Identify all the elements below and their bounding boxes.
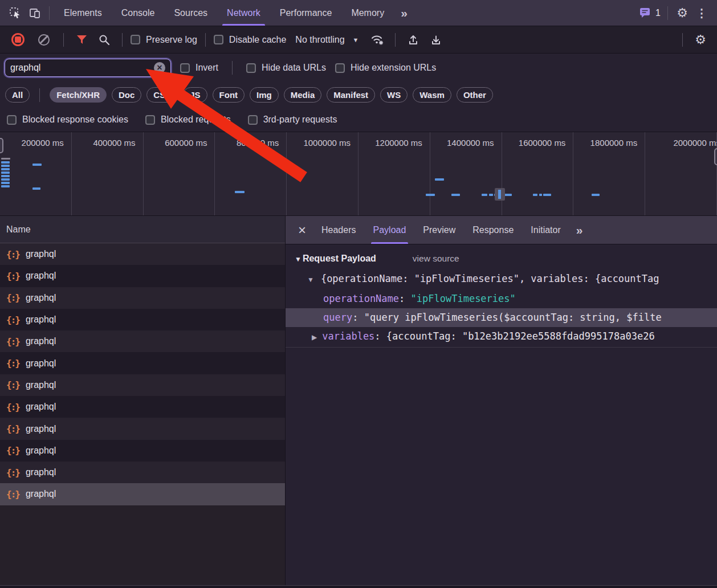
import-har-icon[interactable] [404,30,423,50]
request-row[interactable]: {:}graphql [0,418,285,439]
chip-img[interactable]: Img [250,87,279,103]
inspect-element-icon[interactable] [6,3,25,23]
tab-performance[interactable]: Performance [270,0,342,26]
divider [122,33,123,47]
request-row[interactable]: {:}graphql [0,440,285,462]
request-row[interactable]: {:}graphql [0,265,285,287]
network-settings-gear-icon[interactable]: ⚙ [691,30,710,50]
checkbox-box[interactable] [248,115,258,125]
request-row[interactable]: {:}graphql [0,396,285,418]
tab-memory[interactable]: Memory [341,0,394,26]
request-row[interactable]: {:}graphql [0,330,285,352]
detail-tab-response[interactable]: Response [464,216,522,244]
chip-css[interactable]: CSS [146,87,178,103]
request-row[interactable]: {:}graphql [0,462,285,483]
chip-font[interactable]: Font [213,87,245,103]
detail-tab-preview[interactable]: Preview [414,216,464,244]
export-har-icon[interactable] [426,30,446,50]
hide-data-urls-checkbox[interactable]: Hide data URLs [246,63,326,73]
tab-console[interactable]: Console [112,0,165,26]
overview-right-handle[interactable] [714,148,717,165]
more-detail-tabs-icon[interactable]: » [569,223,590,237]
divider [395,33,396,47]
view-source-link[interactable]: view source [413,254,459,264]
payload-colon: : [399,293,410,304]
disable-cache-checkbox[interactable]: Disable cache [214,35,287,45]
checkbox-box[interactable] [180,63,190,73]
chip-wasm[interactable]: Wasm [413,87,451,103]
device-toolbar-icon[interactable] [25,3,44,23]
chip-other[interactable]: Other [457,87,493,103]
payload-entry-variables[interactable]: ▶variables: {accountTag: "b12e3b2192ee55… [286,327,717,346]
network-conditions-icon[interactable] [368,30,387,50]
blocked-requests-checkbox[interactable]: Blocked requests [145,115,231,125]
expand-triangle-icon[interactable]: ▼ [307,276,314,284]
checkbox-box[interactable] [214,35,223,44]
chip-all[interactable]: All [5,87,30,103]
record-network-log-button[interactable] [11,33,25,46]
tab-sources[interactable]: Sources [164,0,217,26]
chip-fetch-xhr[interactable]: Fetch/XHR [50,87,107,103]
clear-network-log-button[interactable] [38,34,50,46]
checkbox-box[interactable] [145,115,155,125]
checkbox-box[interactable] [335,63,345,73]
timeline-section: 1000000 ms [287,132,358,215]
checkbox-label: 3rd-party requests [263,115,337,125]
collapse-triangle-icon[interactable]: ▼ [295,255,302,263]
request-timing-bar [1,165,10,167]
detail-tab-initiator[interactable]: Initiator [522,216,569,244]
chip-doc[interactable]: Doc [112,87,141,103]
timeline-section: 200000 ms [0,132,72,215]
throttling-select[interactable]: No throttling ▼ [295,35,358,45]
request-row[interactable]: {:}graphql [0,287,285,309]
request-timing-bar [32,187,40,190]
resource-type-filter-row: AllFetch/XHRDocCSSJSFontImgMediaManifest… [0,82,717,108]
menu-kebab-icon[interactable]: ⋮ [692,3,711,23]
hide-extension-urls-checkbox[interactable]: Hide extension URLs [335,63,436,73]
request-name: graphql [26,489,56,499]
filter-input[interactable]: graphql × [5,59,171,77]
request-row[interactable]: {:}graphql [0,309,285,330]
expand-triangle-icon[interactable]: ▶ [312,333,317,341]
checkbox-box[interactable] [131,35,140,44]
payload-entry-query[interactable]: query: "query ipFlowTimeseries($accountT… [286,308,717,327]
blocked-response-cookies-checkbox[interactable]: Blocked response cookies [7,115,128,125]
clear-filter-icon[interactable]: × [154,62,165,74]
request-row[interactable]: {:}graphql [0,243,285,265]
payload-preview-line[interactable]: ▼{operationName: "ipFlowTimeseries", var… [286,270,717,289]
name-column-header[interactable]: Name [0,216,285,243]
network-overview-timeline[interactable]: 200000 ms400000 ms600000 ms800000 ms1000… [0,132,717,216]
more-panels-icon[interactable]: » [394,6,414,20]
disable-cache-label: Disable cache [229,35,287,45]
chip-ws[interactable]: WS [380,87,408,103]
tab-elements[interactable]: Elements [54,0,112,26]
chip-media[interactable]: Media [284,87,322,103]
close-detail-icon[interactable]: × [291,217,313,244]
requests-list: {:}graphql{:}graphql{:}graphql{:}graphql… [0,243,285,505]
json-braces-icon: {:} [6,379,19,390]
preserve-log-checkbox[interactable]: Preserve log [131,35,197,45]
filter-icon[interactable] [72,30,91,50]
settings-gear-icon[interactable]: ⚙ [673,3,692,23]
chip-manifest[interactable]: Manifest [327,87,375,103]
chip-js[interactable]: JS [183,87,207,103]
timeline-tick-label: 1800000 ms [590,138,645,148]
overview-left-handle[interactable] [0,138,3,153]
request-row[interactable]: {:}graphql [0,483,285,505]
issues-button[interactable]: 1 [639,7,661,18]
detail-tab-headers[interactable]: Headers [313,216,364,244]
invert-checkbox[interactable]: Invert [180,63,218,73]
timeline-section: 1600000 ms [502,132,574,215]
3rd-party-requests-checkbox[interactable]: 3rd-party requests [248,115,337,125]
tab-network[interactable]: Network [217,0,270,26]
search-icon[interactable] [95,30,114,50]
network-toolbar: Preserve log Disable cache No throttling… [0,26,717,54]
checkbox-box[interactable] [7,115,17,125]
request-row[interactable]: {:}graphql [0,374,285,396]
divider [205,33,206,47]
extra-filters-row: Blocked response cookiesBlocked requests… [0,108,717,132]
request-row[interactable]: {:}graphql [0,352,285,374]
checkbox-box[interactable] [246,63,256,73]
payload-entry-operationname[interactable]: operationName: "ipFlowTimeseries" [286,289,717,308]
detail-tab-payload[interactable]: Payload [365,216,415,244]
